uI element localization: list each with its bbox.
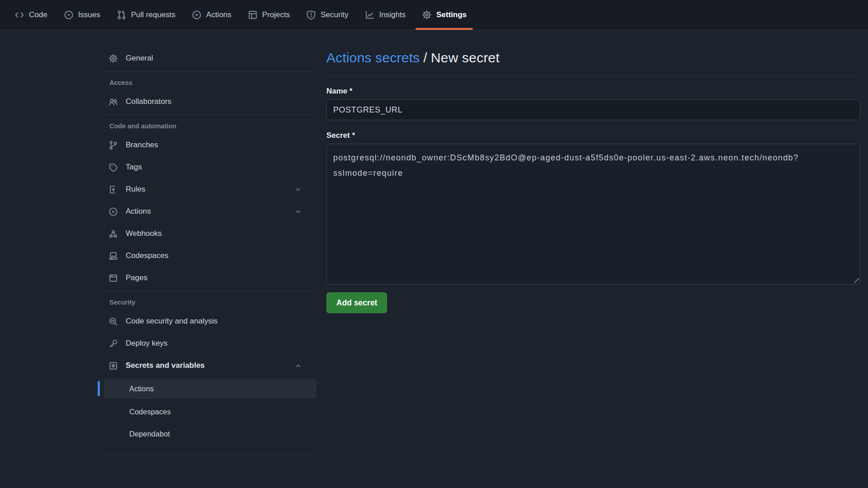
secret-name-input[interactable] bbox=[326, 99, 860, 120]
secrets-asterisk-icon bbox=[108, 361, 118, 371]
tab-settings[interactable]: Settings bbox=[421, 0, 467, 30]
new-secret-panel: Actions secrets/New secret Name * Secret… bbox=[316, 30, 860, 488]
sidebar-item-label: Codespaces bbox=[126, 251, 169, 260]
codespaces-icon bbox=[108, 251, 118, 261]
table-icon bbox=[248, 10, 258, 20]
sidebar-item-tags[interactable]: Tags bbox=[100, 158, 316, 176]
sidebar-item-deploy-keys[interactable]: Deploy keys bbox=[100, 334, 316, 352]
sidebar-item-label: General bbox=[126, 54, 153, 63]
tab-label: Actions bbox=[206, 10, 231, 19]
left-gutter bbox=[0, 30, 100, 488]
issue-icon bbox=[64, 10, 74, 20]
sidebar-divider bbox=[100, 71, 316, 72]
chevron-up-icon bbox=[294, 362, 302, 370]
git-branch-icon bbox=[108, 141, 118, 150]
sidebar-item-general[interactable]: General bbox=[100, 49, 316, 67]
sidebar-item-label: Pages bbox=[126, 273, 147, 282]
sidebar-item-collaborators[interactable]: Collaborators bbox=[100, 93, 316, 111]
breadcrumb-current: New secret bbox=[431, 50, 500, 65]
tab-label: Settings bbox=[436, 10, 467, 19]
sidebar-subitem-actions[interactable]: Actions bbox=[104, 379, 316, 399]
tab-label: Pull requests bbox=[131, 10, 175, 19]
tab-label: Security bbox=[321, 10, 348, 19]
tab-label: Code bbox=[29, 10, 47, 19]
chevron-down-icon bbox=[294, 208, 302, 216]
chevron-down-icon bbox=[294, 186, 302, 193]
sidebar-item-label: Code security and analysis bbox=[126, 317, 217, 326]
breadcrumb-actions-secrets-link[interactable]: Actions secrets bbox=[326, 50, 420, 65]
tab-code[interactable]: Code bbox=[14, 0, 48, 30]
sidebar-divider bbox=[100, 291, 316, 291]
settings-sidebar: General Access Collaborators Code and au… bbox=[100, 30, 316, 488]
sidebar-item-code-security[interactable]: Code security and analysis bbox=[100, 312, 316, 330]
sidebar-item-webhooks[interactable]: Webhooks bbox=[100, 225, 316, 243]
sidebar-item-secrets-variables[interactable]: Secrets and variables bbox=[100, 357, 316, 375]
sidebar-item-label: Tags bbox=[126, 163, 142, 172]
selected-indicator-bar bbox=[98, 381, 100, 396]
sidebar-item-label: Branches bbox=[126, 141, 158, 150]
play-circle-icon bbox=[108, 207, 118, 216]
title-divider bbox=[326, 75, 860, 76]
active-tab-underline bbox=[415, 28, 473, 30]
tab-issues[interactable]: Issues bbox=[63, 0, 101, 30]
sidebar-divider bbox=[100, 115, 316, 115]
sidebar-item-pages[interactable]: Pages bbox=[100, 269, 316, 287]
sidebar-subitem-codespaces[interactable]: Codespaces bbox=[104, 403, 316, 421]
play-circle-icon bbox=[192, 10, 202, 20]
tag-icon bbox=[108, 163, 118, 172]
sidebar-item-label: Actions bbox=[126, 207, 151, 216]
sidebar-item-label: Actions bbox=[129, 385, 154, 393]
name-field-label: Name * bbox=[326, 87, 860, 96]
page-title: Actions secrets/New secret bbox=[326, 50, 860, 66]
sidebar-divider bbox=[100, 454, 316, 455]
sidebar-section-code-automation: Code and automation bbox=[100, 122, 316, 130]
sidebar-item-codespaces[interactable]: Codespaces bbox=[100, 247, 316, 265]
tab-insights[interactable]: Insights bbox=[364, 0, 407, 30]
sidebar-item-label: Dependabot bbox=[129, 430, 170, 438]
sidebar-subitem-dependabot[interactable]: Dependabot bbox=[104, 425, 316, 443]
sidebar-section-access: Access bbox=[100, 79, 316, 86]
code-icon bbox=[14, 10, 24, 20]
graph-icon bbox=[365, 10, 375, 20]
tab-label: Issues bbox=[78, 10, 100, 19]
tab-security[interactable]: Security bbox=[305, 0, 349, 30]
webhook-icon bbox=[108, 229, 118, 239]
sidebar-item-label: Deploy keys bbox=[126, 339, 168, 348]
sidebar-item-branches[interactable]: Branches bbox=[100, 136, 316, 154]
sidebar-item-label: Webhooks bbox=[126, 229, 162, 238]
sidebar-item-label: Collaborators bbox=[126, 97, 171, 106]
key-icon bbox=[108, 339, 118, 348]
sidebar-item-label: Secrets and variables bbox=[126, 361, 205, 370]
tab-label: Insights bbox=[379, 10, 406, 19]
gear-icon bbox=[108, 54, 118, 63]
browser-icon bbox=[108, 273, 118, 283]
sidebar-section-security: Security bbox=[100, 299, 316, 306]
pull-request-icon bbox=[117, 10, 127, 20]
secret-value-textarea[interactable]: postgresql://neondb_owner:DScMb8sy2BdO@e… bbox=[326, 144, 860, 285]
rules-icon bbox=[108, 185, 118, 194]
sidebar-item-label: Codespaces bbox=[129, 408, 171, 416]
tab-projects[interactable]: Projects bbox=[247, 0, 291, 30]
secret-field-label: Secret * bbox=[326, 131, 860, 140]
sidebar-item-actions[interactable]: Actions bbox=[100, 202, 316, 221]
tab-actions[interactable]: Actions bbox=[191, 0, 232, 30]
tab-pull-requests[interactable]: Pull requests bbox=[116, 0, 176, 30]
add-secret-button[interactable]: Add secret bbox=[326, 292, 387, 313]
code-scan-icon bbox=[108, 317, 118, 326]
breadcrumb-separator: / bbox=[423, 50, 427, 65]
sidebar-item-rules[interactable]: Rules bbox=[100, 180, 316, 198]
people-icon bbox=[108, 97, 118, 107]
repo-tab-bar: Code Issues Pull requests Actions Projec… bbox=[0, 0, 868, 30]
tab-label: Projects bbox=[262, 10, 290, 19]
sidebar-item-label: Rules bbox=[126, 185, 145, 194]
gear-icon bbox=[422, 10, 432, 20]
shield-icon bbox=[306, 10, 316, 20]
